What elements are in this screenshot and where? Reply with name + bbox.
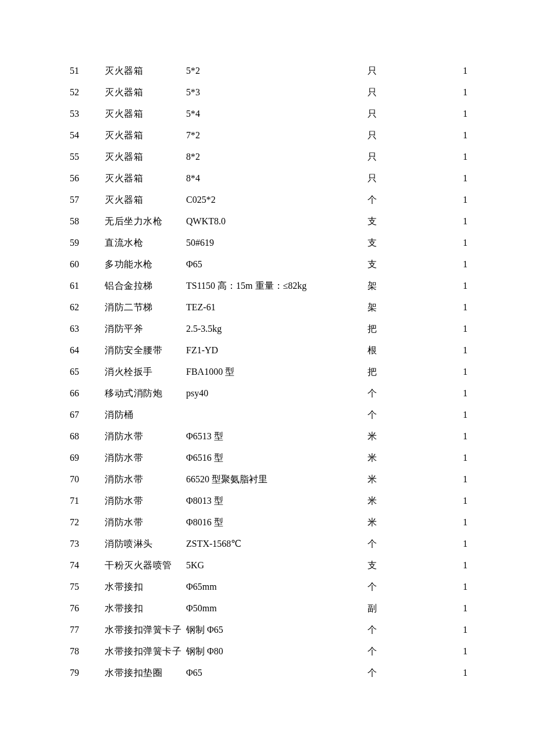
cell-unit: 架 — [355, 300, 390, 322]
cell-id: 56 — [70, 171, 105, 193]
cell-name: 灭火器箱 — [105, 193, 186, 214]
cell-qty: 1 — [390, 343, 471, 365]
cell-id: 76 — [70, 601, 105, 623]
cell-unit: 只 — [355, 150, 390, 171]
cell-id: 53 — [70, 107, 105, 128]
cell-id: 51 — [70, 64, 105, 85]
cell-name: 消防喷淋头 — [105, 537, 186, 558]
cell-spec: TS1150 高：15m 重量：≤82kg — [186, 279, 355, 300]
table-row: 73消防喷淋头ZSTX-1568℃个1 — [70, 537, 471, 558]
table-row: 54灭火器箱7*2只1 — [70, 128, 471, 150]
cell-id: 54 — [70, 128, 105, 150]
table-row: 68消防水带Φ6513 型米1 — [70, 429, 471, 451]
cell-name: 灭火器箱 — [105, 64, 186, 85]
cell-spec: Φ65mm — [186, 580, 355, 601]
cell-name: 消防水带 — [105, 451, 186, 472]
cell-name: 消防水带 — [105, 472, 186, 494]
cell-unit: 根 — [355, 343, 390, 365]
table-row: 67消防桶个1 — [70, 408, 471, 429]
table-row: 51灭火器箱5*2只1 — [70, 64, 471, 85]
cell-unit: 米 — [355, 451, 390, 472]
cell-spec: 2.5-3.5kg — [186, 322, 355, 343]
table-row: 52灭火器箱5*3只1 — [70, 85, 471, 107]
cell-spec: 7*2 — [186, 128, 355, 150]
table-row: 77水带接扣弹簧卡子钢制 Φ65个1 — [70, 623, 471, 644]
cell-qty: 1 — [390, 300, 471, 322]
cell-id: 59 — [70, 236, 105, 257]
cell-spec: 50#619 — [186, 236, 355, 257]
items-table: 51灭火器箱5*2只152灭火器箱5*3只153灭火器箱5*4只154灭火器箱7… — [70, 64, 471, 687]
cell-id: 52 — [70, 85, 105, 107]
cell-name: 灭火器箱 — [105, 128, 186, 150]
cell-id: 58 — [70, 214, 105, 236]
cell-unit: 支 — [355, 558, 390, 580]
cell-unit: 个 — [355, 193, 390, 214]
cell-unit: 把 — [355, 365, 390, 386]
cell-qty: 1 — [390, 451, 471, 472]
table-row: 60多功能水枪Φ65支1 — [70, 257, 471, 279]
cell-id: 55 — [70, 150, 105, 171]
cell-id: 72 — [70, 515, 105, 537]
cell-name: 直流水枪 — [105, 236, 186, 257]
cell-unit: 米 — [355, 472, 390, 494]
cell-name: 水带接扣弹簧卡子 — [105, 623, 186, 644]
table-row: 76水带接扣Φ50mm副1 — [70, 601, 471, 623]
cell-unit: 米 — [355, 429, 390, 451]
cell-name: 消火栓扳手 — [105, 365, 186, 386]
cell-spec: QWKT8.0 — [186, 214, 355, 236]
table-row: 57灭火器箱C025*2个1 — [70, 193, 471, 214]
table-row: 78水带接扣弹簧卡子钢制 Φ80个1 — [70, 644, 471, 666]
cell-id: 57 — [70, 193, 105, 214]
cell-unit: 个 — [355, 386, 390, 408]
cell-name: 灭火器箱 — [105, 171, 186, 193]
table-row: 70消防水带66520 型聚氨脂衬里米1 — [70, 472, 471, 494]
cell-name: 消防水带 — [105, 494, 186, 515]
table-row: 79水带接扣垫圈Φ65个1 — [70, 666, 471, 687]
cell-name: 铝合金拉梯 — [105, 279, 186, 300]
table-row: 62消防二节梯TEZ-61架1 — [70, 300, 471, 322]
cell-qty: 1 — [390, 472, 471, 494]
cell-name: 消防水带 — [105, 515, 186, 537]
cell-spec: 66520 型聚氨脂衬里 — [186, 472, 355, 494]
cell-name: 无后坐力水枪 — [105, 214, 186, 236]
table-row: 58无后坐力水枪QWKT8.0支1 — [70, 214, 471, 236]
table-row: 53灭火器箱5*4只1 — [70, 107, 471, 128]
cell-qty: 1 — [390, 150, 471, 171]
cell-qty: 1 — [390, 365, 471, 386]
cell-qty: 1 — [390, 429, 471, 451]
cell-qty: 1 — [390, 515, 471, 537]
cell-spec: 8*2 — [186, 150, 355, 171]
page: 51灭火器箱5*2只152灭火器箱5*3只153灭火器箱5*4只154灭火器箱7… — [0, 0, 535, 756]
cell-name: 灭火器箱 — [105, 150, 186, 171]
cell-spec: 5*3 — [186, 85, 355, 107]
table-row: 64消防安全腰带FZ1-YD根1 — [70, 343, 471, 365]
cell-spec: 钢制 Φ80 — [186, 644, 355, 666]
cell-qty: 1 — [390, 322, 471, 343]
cell-unit: 只 — [355, 85, 390, 107]
table-row: 65消火栓扳手FBA1000 型把1 — [70, 365, 471, 386]
cell-qty: 1 — [390, 386, 471, 408]
cell-name: 灭火器箱 — [105, 85, 186, 107]
cell-unit: 把 — [355, 322, 390, 343]
cell-id: 68 — [70, 429, 105, 451]
cell-name: 水带接扣 — [105, 580, 186, 601]
cell-unit: 只 — [355, 171, 390, 193]
cell-id: 67 — [70, 408, 105, 429]
cell-unit: 个 — [355, 623, 390, 644]
cell-id: 61 — [70, 279, 105, 300]
cell-spec: ZSTX-1568℃ — [186, 537, 355, 558]
cell-unit: 米 — [355, 515, 390, 537]
cell-spec: Φ8016 型 — [186, 515, 355, 537]
cell-id: 66 — [70, 386, 105, 408]
table-row: 63消防平斧2.5-3.5kg把1 — [70, 322, 471, 343]
cell-id: 71 — [70, 494, 105, 515]
cell-unit: 副 — [355, 601, 390, 623]
cell-qty: 1 — [390, 558, 471, 580]
cell-spec: 5*4 — [186, 107, 355, 128]
cell-id: 63 — [70, 322, 105, 343]
cell-id: 62 — [70, 300, 105, 322]
cell-qty: 1 — [390, 494, 471, 515]
cell-spec — [186, 408, 355, 429]
cell-id: 64 — [70, 343, 105, 365]
table-row: 69消防水带Φ6516 型米1 — [70, 451, 471, 472]
